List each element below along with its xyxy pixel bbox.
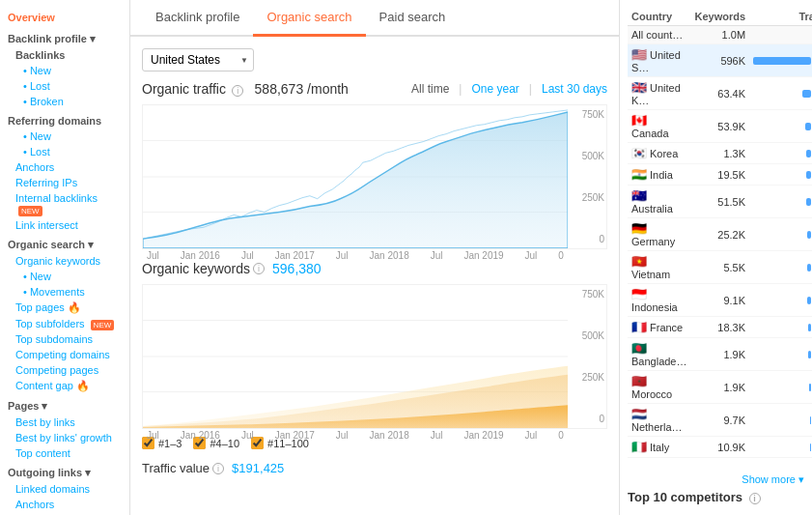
traffic-chart-svg [143,105,568,248]
new-backlinks-item[interactable]: • New [0,63,129,78]
traffic-bar [806,150,811,157]
country-keywords: 596K [691,44,750,77]
country-name: 🇮🇩Indonesia [628,284,691,317]
country-traffic: 2.5% [749,164,812,186]
pages-title[interactable]: Pages ▾ [0,394,129,415]
table-row: 🇺🇸United S… 596K 62.3% [628,44,812,77]
traffic-value-info-icon[interactable]: i [212,463,224,474]
country-keywords: 19.5K [691,164,750,186]
traffic-value-amount: $191,425 [232,461,284,475]
paid-search-tab[interactable]: Paid search [366,0,460,37]
top-subfolders-item[interactable]: Top subfolders NEW [0,316,129,331]
country-flag: 🇬🇧 [631,80,647,95]
table-row: 🇮🇹Italy 10.9K < 1% [628,437,812,458]
traffic-bar-cell: 62.3% [753,55,812,66]
top-pages-item[interactable]: Top pages 🔥 [0,300,129,316]
last-30-filter[interactable]: Last 30 days [542,82,607,96]
country-name: 🇲🇦Morocco [628,371,691,404]
traffic-bar [807,231,811,239]
traffic-chart-x-labels: Jul Jan 2016 Jul Jan 2017 Jul Jan 2018 J… [143,248,568,263]
traffic-chart-y-labels: 750K 500K 250K 0 [568,105,606,248]
new-organic-item[interactable]: • New [0,269,129,284]
backlink-profile-title[interactable]: Backlink profile ▾ [0,27,129,47]
country-name: 🇬🇧United K… [628,77,691,110]
one-year-filter[interactable]: One year [471,82,518,96]
backlink-profile-tab[interactable]: Backlink profile [142,0,253,37]
country-keywords: 63.4K [691,77,750,110]
country-keywords: 18.3K [691,317,750,338]
all-time-filter[interactable]: All time [411,82,449,96]
anchors-item[interactable]: Anchors [0,497,129,512]
lost-backlinks-item[interactable]: • Lost [0,78,129,94]
link-intersect-item[interactable]: Link intersect [0,217,129,233]
keywords-title: Organic keywords [142,261,250,276]
traffic-bar-cell: 2.6% [753,148,812,158]
competing-domains-item[interactable]: Competing domains [0,347,129,362]
new-referring-item[interactable]: • New [0,129,129,144]
all-countries-traffic: 945K [749,26,812,44]
country-select-wrapper: United States United Kingdom Canada [142,48,254,72]
traffic-bar-cell: 1.7% [753,322,812,332]
traffic-bar [808,324,811,331]
anchors-nav-item[interactable]: Anchors [0,159,129,175]
content-gap-item[interactable]: Content gap 🔥 [0,378,129,394]
organic-search-tab[interactable]: Organic search [253,0,365,37]
referring-ips-item[interactable]: Referring IPs [0,175,129,190]
traffic-info-icon[interactable]: i [232,85,243,97]
all-countries-label: All count… [628,26,691,44]
movements-item[interactable]: • Movements [0,284,129,300]
country-name: 🇨🇦Canada [628,110,691,143]
competitors-info-icon[interactable]: i [749,493,761,504]
country-traffic: 2.6% [749,143,812,164]
country-traffic: 4.9% [749,77,812,110]
show-more-button[interactable]: Show more ▾ [628,470,804,490]
best-by-links-item[interactable]: Best by links [0,415,129,430]
country-dropdown[interactable]: United States United Kingdom Canada [142,48,254,72]
country-flag: 🇦🇺 [631,188,647,203]
country-table: Country Keywords Traffic ▲ All count… 1.… [628,8,812,458]
table-row: 🇨🇦Canada 53.9K 2.9% [628,110,812,143]
country-keywords: 1.3K [691,143,750,164]
country-flag: 🇮🇳 [631,167,647,182]
main-content: Backlink profile Organic search Paid sea… [130,0,619,515]
referring-domains-title[interactable]: Referring domains [0,109,129,129]
organic-search-title[interactable]: Organic search ▾ [0,233,129,253]
country-traffic: < 1% [749,437,812,458]
internal-backlinks-item[interactable]: Internal backlinks NEW [0,190,129,217]
country-col-header: Country [628,8,691,26]
country-traffic: < 1% [749,404,812,437]
top-content-item[interactable]: Top content [0,445,129,461]
competing-pages-item[interactable]: Competing pages [0,362,129,378]
linked-domains-item[interactable]: Linked domains [0,481,129,497]
country-keywords: 25.2K [691,218,750,251]
traffic-bar [809,384,811,391]
country-flag: 🇳🇱 [631,407,647,421]
traffic-bar [753,57,811,65]
broken-backlinks-item[interactable]: • Broken [0,94,129,109]
overview-link[interactable]: Overview [0,8,129,27]
backlinks-item[interactable]: Backlinks [0,47,129,63]
traffic-header: Organic traffic i 588,673 /month All tim… [142,81,607,97]
outgoing-title[interactable]: Outgoing links ▾ [0,461,129,481]
table-row: 🇳🇱Netherla… 9.7K < 1% [628,404,812,437]
table-row: 🇬🇧United K… 63.4K 4.9% [628,77,812,110]
traffic-bar [805,123,811,130]
traffic-bar-cell: < 1% [753,415,812,425]
traffic-bar-cell: 1.1% [753,382,812,392]
top-subdomains-item[interactable]: Top subdomains [0,331,129,347]
traffic-value-title: Traffic value [142,461,210,475]
country-flag: 🇫🇷 [631,320,647,334]
country-keywords: 1.9K [691,371,750,404]
right-panel: Country Keywords Traffic ▲ All count… 1.… [619,0,812,515]
country-traffic: 1.1% [749,371,812,404]
keywords-chart-x-labels: Jul Jan 2016 Jul Jan 2017 Jul Jan 2018 J… [143,428,568,443]
country-traffic: 2.5% [749,186,812,218]
table-row: 🇫🇷France 18.3K 1.7% [628,317,812,338]
lost-referring-item[interactable]: • Lost [0,144,129,159]
keywords-info-icon[interactable]: i [253,263,265,274]
sidebar: Overview Backlink profile ▾ Backlinks • … [0,0,130,515]
best-by-links-growth-item[interactable]: Best by links' growth [0,430,129,445]
sep1: | [459,82,462,96]
organic-keywords-nav[interactable]: Organic keywords [0,253,129,269]
table-row: 🇮🇩Indonesia 9.1K 1.8% [628,284,812,317]
